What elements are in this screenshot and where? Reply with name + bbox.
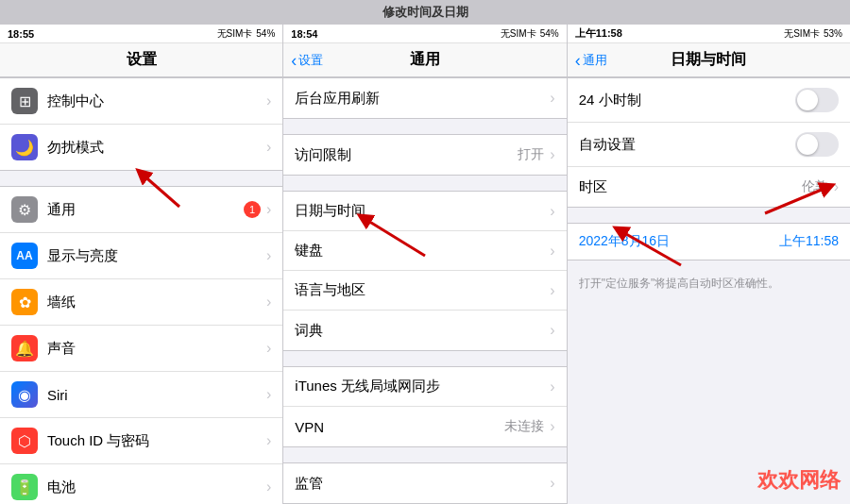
battery-label: 电池 [47,479,266,496]
nav-back-3[interactable]: 通用 [575,52,607,69]
list-item-general[interactable]: ⚙ 通用 1 › [0,187,282,233]
display-icon: AA [11,243,38,269]
list-item-display[interactable]: AA 显示与亮度 › [0,233,282,279]
chevron-control: › [266,92,271,109]
time-display[interactable]: 上午11:58 [779,233,839,250]
keyboard-label: 键盘 [295,242,550,260]
signal-1: 无SIM卡 [217,27,253,41]
chevron-keyboard: › [550,243,554,260]
auto-set-label: 自动设置 [579,136,795,154]
chevron-datetime: › [550,203,554,220]
list-item-24hour[interactable]: 24 小时制 [568,78,850,123]
control-icon: ⊞ [11,88,38,114]
title-text: 修改时间及日期 [382,5,468,19]
battery-3: 53% [824,28,842,39]
restrictions-label: 访问限制 [295,146,518,164]
language-label: 语言与地区 [295,281,550,299]
list-item-control[interactable]: ⊞ 控制中心 › [0,78,282,125]
touchid-label: Touch ID 与密码 [47,432,266,450]
bg-refresh-label: 后台应用刷新 [295,90,550,108]
timezone-label: 时区 [579,178,802,196]
wallpaper-label: 墙纸 [47,294,266,311]
dnd-label: 勿扰模式 [47,139,266,157]
list-item-dnd[interactable]: 🌙 勿扰模式 › [0,125,282,170]
list-item-keyboard[interactable]: 键盘 › [283,231,566,271]
list-item-dictionary[interactable]: 词典 › [283,311,566,350]
chevron-wallpaper: › [266,294,271,311]
chevron-battery: › [266,479,271,496]
list-item-bg-refresh[interactable]: 后台应用刷新 › [283,78,566,118]
nav-bar-2: 设置 通用 [283,43,566,77]
date-display[interactable]: 2022年8月16日 [579,233,671,250]
touchid-icon: ⬡ [11,428,38,454]
chevron-timezone: › [834,178,839,195]
dnd-icon: 🌙 [11,134,38,160]
settings-list-1[interactable]: ⊞ 控制中心 › 🌙 勿扰模式 › ⚙ 通用 1 [0,77,282,504]
title-bar: 修改时间及日期 [0,0,850,25]
nav-title-2: 通用 [410,50,440,70]
status-right-1: 无SIM卡 54% [217,27,276,41]
chevron-display: › [266,247,271,264]
panel-settings: 18:55 无SIM卡 54% 设置 ⊞ 控制中心 › [0,25,283,504]
list-group-2d: iTunes 无线局域网同步 › VPN 未连接 › [283,366,566,447]
list-item-restrictions[interactable]: 访问限制 打开 › [283,135,566,175]
general-badge: 1 [244,201,261,218]
chevron-general: › [266,201,271,218]
status-right-3: 无SIM卡 53% [784,27,842,41]
sound-icon: 🔔 [11,335,38,361]
chevron-bg-refresh: › [550,90,554,107]
list-group-2a: 后台应用刷新 › [283,77,566,119]
siri-label: Siri [47,387,266,403]
list-item-datetime[interactable]: 日期与时间 › [283,192,566,231]
general-icon: ⚙ [11,196,38,223]
nav-back-2[interactable]: 设置 [291,52,323,69]
toggle-24hour[interactable] [795,88,839,112]
chevron-siri: › [266,386,271,403]
nav-title-3: 日期与时间 [671,50,746,70]
time-1: 18:55 [8,28,34,40]
list-item-language[interactable]: 语言与地区 › [283,271,566,311]
chevron-restrictions: › [550,146,554,163]
chevron-itunes-sync: › [550,378,554,395]
panel-datetime: 上午11:58 无SIM卡 53% 通用 日期与时间 24 小时制 [568,25,850,504]
list-group-3a: 24 小时制 自动设置 时区 伦敦 › [568,77,850,208]
nav-bar-3: 通用 日期与时间 [568,43,850,77]
restrictions-value: 打开 [518,146,544,163]
list-item-wallpaper[interactable]: ✿ 墙纸 › [0,279,282,326]
status-right-2: 无SIM卡 54% [501,27,559,41]
list-item-vpn[interactable]: VPN 未连接 › [283,407,566,446]
list-item-timezone[interactable]: 时区 伦敦 › [568,167,850,207]
dictionary-label: 词典 [295,322,550,340]
list-item-siri[interactable]: ◉ Siri › [0,372,282,418]
chevron-dnd: › [266,139,271,156]
vpn-label: VPN [295,419,504,435]
nav-bar-1: 设置 [0,43,282,77]
list-item-sound[interactable]: 🔔 声音 › [0,326,282,372]
list-group-1a: ⊞ 控制中心 › 🌙 勿扰模式 › [0,77,282,171]
list-item-itunes-sync[interactable]: iTunes 无线局域网同步 › [283,367,566,407]
status-bar-1: 18:55 无SIM卡 54% [0,25,282,43]
list-group-2b: 访问限制 打开 › [283,134,566,176]
datetime-label: 日期与时间 [295,202,550,220]
battery-2: 54% [540,28,559,39]
date-time-row: 2022年8月16日 上午11:58 [568,223,850,260]
itunes-sync-label: iTunes 无线局域网同步 [295,378,550,395]
toggle-auto-set[interactable] [795,132,839,157]
vpn-value: 未连接 [504,418,544,435]
chevron-sound: › [266,340,271,357]
list-group-2c: 日期与时间 › 键盘 › 语言与地区 › 词典 › [283,191,566,351]
list-item-battery[interactable]: 🔋 电池 › [0,464,282,504]
settings-list-3[interactable]: 24 小时制 自动设置 时区 伦敦 › 2022年8月16日 [568,77,850,504]
chevron-language: › [550,282,554,299]
list-group-2e: 监管 › [283,462,566,504]
status-bar-2: 18:54 无SIM卡 54% [283,25,566,43]
list-item-auto-set[interactable]: 自动设置 [568,123,850,167]
list-item-touchid[interactable]: ⬡ Touch ID 与密码 › [0,418,282,464]
settings-list-2[interactable]: 后台应用刷新 › 访问限制 打开 › 日期与时间 › [283,77,566,504]
list-item-supervision[interactable]: 监管 › [283,463,566,503]
supervision-label: 监管 [295,475,550,493]
panel-general: 18:54 无SIM卡 54% 设置 通用 后台应用刷新 › [283,25,567,504]
chevron-touchid: › [266,432,271,449]
nav-title-1: 设置 [127,50,157,70]
signal-3: 无SIM卡 [784,27,820,41]
